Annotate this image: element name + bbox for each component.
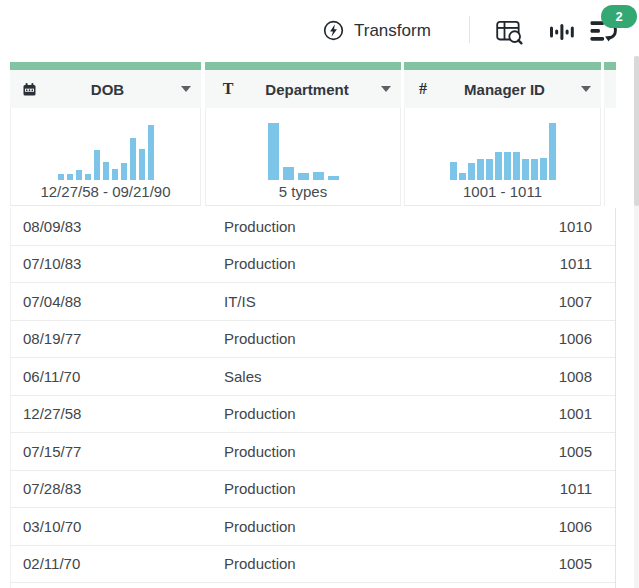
histogram-bar bbox=[283, 167, 294, 180]
column-stats-button[interactable] bbox=[548, 21, 574, 43]
column-name: DOB bbox=[38, 81, 177, 98]
table-row[interactable]: 06/11/70Sales1008 bbox=[11, 358, 615, 396]
quality-bar bbox=[604, 62, 616, 70]
histogram-range-label: 1001 - 1011 bbox=[463, 182, 542, 202]
cell-dob: 08/09/83 bbox=[11, 218, 206, 235]
column-partial-next[interactable] bbox=[604, 62, 616, 206]
cell-dob: 06/11/70 bbox=[11, 368, 206, 385]
histogram-bar bbox=[477, 159, 484, 180]
histogram-bar bbox=[450, 162, 457, 180]
histogram-bar bbox=[468, 163, 475, 180]
cell-dob: 07/28/83 bbox=[11, 480, 206, 497]
column-stats-icon bbox=[548, 21, 574, 43]
table-row[interactable]: 12/27/58Production1001 bbox=[11, 396, 615, 434]
cell-department: Production bbox=[206, 443, 405, 460]
table-row[interactable]: 07/15/77Production1005 bbox=[11, 433, 615, 471]
histogram-bar bbox=[148, 125, 154, 180]
histogram-bar bbox=[540, 158, 547, 180]
cell-department: Production bbox=[206, 555, 405, 572]
column-header-partial bbox=[604, 70, 616, 108]
cell-department: Sales bbox=[206, 368, 405, 385]
cell-manager-id: 1001 bbox=[405, 405, 602, 422]
histogram-bar bbox=[121, 163, 127, 180]
column-menu-caret-icon[interactable] bbox=[381, 86, 391, 92]
histogram-bar bbox=[313, 172, 324, 180]
histogram-bar bbox=[94, 150, 100, 180]
calendar-icon bbox=[20, 82, 38, 97]
transform-button[interactable]: Transform bbox=[322, 19, 431, 42]
histogram-bar bbox=[328, 176, 339, 180]
histogram-department[interactable]: 5 types bbox=[205, 108, 401, 206]
histogram-bars bbox=[58, 125, 154, 180]
toolbar-divider bbox=[469, 16, 470, 43]
histogram-partial bbox=[604, 108, 616, 206]
number-type-icon: # bbox=[414, 80, 432, 98]
table-row[interactable]: 07/10/83Production1011 bbox=[11, 246, 615, 284]
histogram-bar bbox=[268, 123, 279, 180]
column-dob: DOB 12/27/58 - 09/21/90 bbox=[10, 62, 201, 206]
table-row[interactable]: 02/11/70Production1005 bbox=[11, 546, 615, 584]
steps-count-badge: 2 bbox=[601, 5, 637, 28]
quality-bar[interactable] bbox=[10, 62, 201, 70]
quality-bar[interactable] bbox=[404, 62, 601, 70]
transform-label: Transform bbox=[354, 21, 431, 41]
cell-dob: 12/27/58 bbox=[11, 405, 206, 422]
cell-dob: 02/11/70 bbox=[11, 555, 206, 572]
histogram-bar bbox=[103, 162, 109, 180]
table-row[interactable]: 03/10/70Production1006 bbox=[11, 508, 615, 546]
cell-manager-id: 1005 bbox=[405, 443, 602, 460]
dataprep-preview-screen: Transform bbox=[0, 0, 639, 588]
histogram-bar bbox=[549, 123, 556, 180]
histogram-bars bbox=[268, 123, 339, 180]
histogram-bar bbox=[504, 152, 511, 180]
cell-manager-id: 1011 bbox=[405, 255, 602, 272]
cell-manager-id: 1006 bbox=[405, 330, 602, 347]
histogram-manager-id[interactable]: 1001 - 1011 bbox=[404, 108, 601, 206]
cell-manager-id: 1011 bbox=[405, 480, 602, 497]
cell-manager-id: 1008 bbox=[405, 368, 602, 385]
histogram-bar bbox=[85, 174, 91, 180]
histogram-range-label: 5 types bbox=[279, 182, 327, 202]
histogram-bar bbox=[486, 159, 493, 180]
column-header-dob[interactable]: DOB bbox=[10, 70, 201, 108]
histogram-range-label: 12/27/58 - 09/21/90 bbox=[40, 182, 170, 202]
toolbar: Transform bbox=[0, 0, 639, 56]
column-menu-caret-icon[interactable] bbox=[181, 86, 191, 92]
data-rows: 08/09/83Production101007/10/83Production… bbox=[10, 208, 616, 588]
cell-dob: 03/10/70 bbox=[11, 518, 206, 535]
table-row[interactable]: 07/28/83Production1011 bbox=[11, 471, 615, 509]
quality-bar[interactable] bbox=[205, 62, 401, 70]
histogram-bar bbox=[495, 152, 502, 180]
cell-department: Production bbox=[206, 218, 405, 235]
cell-manager-id: 1006 bbox=[405, 518, 602, 535]
table-row[interactable]: 08/19/77Production1006 bbox=[11, 321, 615, 359]
cell-dob: 07/10/83 bbox=[11, 255, 206, 272]
cell-manager-id: 1007 bbox=[405, 293, 602, 310]
cell-department: Production bbox=[206, 405, 405, 422]
table-row[interactable]: 07/04/88IT/IS1007 bbox=[11, 283, 615, 321]
table-preview-button[interactable] bbox=[494, 17, 524, 47]
column-department: T Department 5 types bbox=[205, 62, 401, 206]
histogram-bar bbox=[139, 149, 145, 180]
histogram-bar bbox=[130, 138, 136, 180]
vertical-scrollbar-thumb[interactable] bbox=[634, 56, 639, 206]
lightning-circle-icon bbox=[322, 19, 345, 42]
column-header-department[interactable]: T Department bbox=[205, 70, 401, 108]
column-header-manager-id[interactable]: # Manager ID bbox=[404, 70, 601, 108]
histogram-bar bbox=[522, 159, 529, 180]
text-type-icon: T bbox=[219, 80, 237, 98]
histogram-bar bbox=[112, 169, 118, 180]
histogram-dob[interactable]: 12/27/58 - 09/21/90 bbox=[10, 108, 201, 206]
cell-manager-id: 1010 bbox=[405, 218, 602, 235]
histogram-bar bbox=[459, 173, 466, 180]
column-menu-caret-icon[interactable] bbox=[581, 86, 591, 92]
table-row[interactable]: 08/09/83Production1010 bbox=[11, 208, 615, 246]
cell-manager-id: 1005 bbox=[405, 555, 602, 572]
cell-department: Production bbox=[206, 330, 405, 347]
histogram-bar bbox=[67, 174, 73, 180]
cell-department: IT/IS bbox=[206, 293, 405, 310]
cell-dob: 07/15/77 bbox=[11, 443, 206, 460]
histogram-bar bbox=[298, 173, 309, 180]
cell-dob: 07/04/88 bbox=[11, 293, 206, 310]
histogram-bar bbox=[76, 170, 82, 180]
